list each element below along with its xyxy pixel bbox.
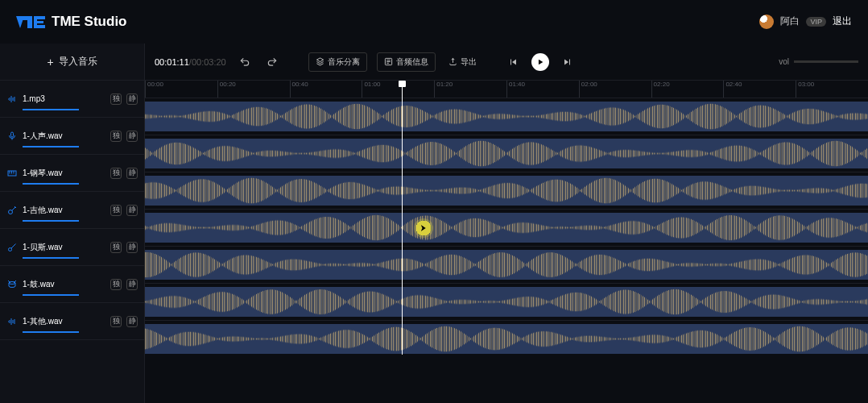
ruler-tick: 03:00	[796, 81, 814, 98]
solo-button[interactable]: 独	[110, 131, 122, 142]
bottom-area	[145, 355, 868, 403]
svg-point-6	[9, 247, 12, 251]
import-label: 导入音乐	[59, 55, 97, 69]
ruler-tick: 01:00	[362, 81, 380, 98]
toolbar: 00:01:11/00:03:20 音乐分离 音频信息 导出 v	[145, 44, 868, 81]
next-button[interactable]	[559, 53, 577, 71]
layers-icon	[316, 57, 324, 66]
timeline[interactable]: 00:0000:2000:4001:0001:2001:4002:0002:20…	[145, 81, 868, 355]
ruler-tick: 02:40	[723, 81, 742, 98]
mic-icon	[6, 131, 18, 142]
track-name: 1-其他.wav	[23, 316, 105, 327]
waveform-row[interactable]	[145, 210, 868, 247]
import-music-button[interactable]: + 导入音乐	[0, 44, 144, 81]
svg-rect-4	[14, 171, 14, 174]
waveform-icon	[6, 93, 18, 105]
app-title: TME Studio	[52, 14, 126, 30]
ruler-tick: 01:40	[506, 81, 525, 98]
volume-label: vol	[779, 57, 789, 66]
volume-control[interactable]: vol	[779, 57, 858, 66]
track-name: 1.mp3	[23, 94, 105, 103]
track-row[interactable]: 1-吉他.wav独静	[0, 192, 144, 229]
bass-icon	[6, 242, 18, 253]
track-row[interactable]: 1.mp3独静	[0, 81, 144, 118]
waveform-icon	[6, 316, 18, 327]
vip-badge: VIP	[806, 17, 826, 27]
ruler-tick: 00:20	[217, 81, 236, 98]
cursor-marker	[414, 218, 433, 238]
current-time: 00:01:11	[155, 57, 189, 67]
play-button[interactable]	[531, 53, 549, 71]
playhead[interactable]	[402, 81, 403, 355]
solo-button[interactable]: 独	[110, 205, 122, 216]
mute-button[interactable]: 静	[126, 242, 138, 253]
svg-rect-2	[10, 171, 10, 174]
prev-button[interactable]	[504, 53, 522, 71]
waveform-row[interactable]	[145, 135, 868, 172]
app-header: TME Studio 阿白 VIP 退出	[0, 0, 868, 44]
drum-icon	[6, 279, 18, 290]
ruler-tick: 02:00	[579, 81, 597, 98]
track-name: 1-钢琴.wav	[23, 168, 105, 179]
svg-rect-0	[11, 132, 14, 137]
mute-button[interactable]: 静	[126, 279, 138, 290]
undo-button[interactable]	[236, 53, 254, 71]
mute-button[interactable]: 静	[126, 205, 138, 216]
avatar[interactable]	[759, 15, 774, 29]
waveform-row[interactable]	[145, 172, 868, 210]
logo: TME Studio	[16, 14, 126, 30]
info-button[interactable]: 音频信息	[377, 52, 436, 72]
waveform-row[interactable]	[145, 284, 868, 321]
track-row[interactable]: 1-钢琴.wav独静	[0, 155, 144, 192]
guitar-icon	[6, 205, 18, 216]
mute-button[interactable]: 静	[126, 131, 138, 142]
separate-button[interactable]: 音乐分离	[308, 52, 367, 72]
mute-button[interactable]: 静	[126, 168, 138, 179]
time-ruler[interactable]: 00:0000:2000:4001:0001:2001:4002:0002:20…	[145, 81, 868, 98]
redo-button[interactable]	[263, 53, 281, 71]
main-panel: 00:01:11/00:03:20 音乐分离 音频信息 导出 v	[145, 44, 868, 403]
tracks-area[interactable]	[145, 98, 868, 355]
total-time: 00:03:20	[192, 57, 226, 67]
track-row[interactable]: 1-其他.wav独静	[0, 303, 144, 340]
time-display: 00:01:11/00:03:20	[155, 57, 226, 67]
mute-button[interactable]: 静	[126, 93, 138, 105]
svg-rect-3	[11, 171, 12, 174]
volume-slider[interactable]	[794, 60, 858, 63]
track-name: 1-鼓.wav	[23, 279, 105, 290]
user-name: 阿白	[780, 15, 800, 28]
track-row[interactable]: 1-人声.wav独静	[0, 118, 144, 155]
waveform-row[interactable]	[145, 247, 868, 284]
sidebar: + 导入音乐 1.mp3独静1-人声.wav独静1-钢琴.wav独静1-吉他.w…	[0, 44, 145, 403]
solo-button[interactable]: 独	[110, 279, 122, 290]
ruler-tick: 00:40	[290, 81, 308, 98]
track-name: 1-人声.wav	[23, 131, 105, 142]
ruler-tick: 02:20	[651, 81, 670, 98]
piano-icon	[6, 168, 18, 179]
solo-button[interactable]: 独	[110, 93, 122, 105]
track-name: 1-吉他.wav	[23, 205, 105, 216]
export-icon	[448, 57, 457, 66]
track-row[interactable]: 1-鼓.wav独静	[0, 266, 144, 303]
solo-button[interactable]: 独	[110, 242, 122, 253]
logout-link[interactable]: 退出	[833, 15, 852, 28]
solo-button[interactable]: 独	[110, 168, 122, 179]
solo-button[interactable]: 独	[110, 316, 122, 327]
export-button[interactable]: 导出	[445, 53, 480, 71]
track-name: 1-贝斯.wav	[23, 242, 105, 253]
track-list: 1.mp3独静1-人声.wav独静1-钢琴.wav独静1-吉他.wav独静1-贝…	[0, 81, 144, 403]
ruler-tick: 01:20	[434, 81, 453, 98]
waveform-row[interactable]	[145, 98, 868, 135]
waveform-row[interactable]	[145, 321, 868, 355]
info-icon	[384, 57, 393, 66]
mute-button[interactable]: 静	[126, 316, 138, 327]
track-row[interactable]: 1-贝斯.wav独静	[0, 229, 144, 266]
logo-icon	[16, 14, 45, 30]
ruler-tick: 00:00	[145, 81, 163, 98]
user-block: 阿白 VIP 退出	[759, 15, 852, 29]
plus-icon: +	[47, 56, 53, 69]
